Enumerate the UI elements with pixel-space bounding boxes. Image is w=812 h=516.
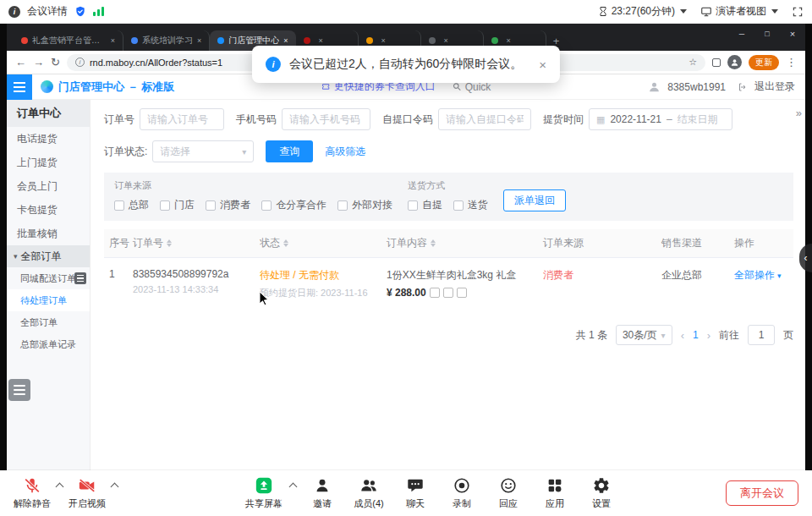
tab-close-icon[interactable]: × — [111, 36, 115, 45]
collapse-panel-icon[interactable]: » — [796, 107, 802, 119]
browser-menu-icon[interactable]: ⋮ — [786, 56, 797, 69]
sort-icon[interactable] — [167, 239, 172, 247]
sort-icon[interactable] — [431, 239, 436, 247]
logout-link[interactable]: 退出登录 — [754, 80, 795, 94]
camera-button[interactable]: 开启视频 — [67, 476, 107, 510]
drag-handle-icon[interactable] — [74, 272, 86, 284]
search-button[interactable]: 查询 — [266, 140, 313, 162]
pickup-code-input[interactable] — [438, 108, 531, 130]
tab-close-icon[interactable]: × — [444, 36, 448, 45]
dispatch-return-button[interactable]: 派单退回 — [503, 189, 566, 211]
sidebar-group-all-orders[interactable]: ▾ 全部订单 — [7, 245, 90, 267]
date-end-placeholder: 结束日期 — [678, 113, 718, 127]
checkbox-icon[interactable] — [206, 200, 216, 211]
app-menu-button[interactable] — [7, 74, 32, 100]
date-range-picker[interactable]: ▦ 2022-11-21 – 结束日期 — [589, 108, 732, 130]
browser-tab[interactable]: 礼盒营销平台管理中心 × — [14, 30, 123, 51]
page-number[interactable]: 1 — [693, 329, 699, 341]
leave-meeting-button[interactable]: 离开会议 — [726, 480, 798, 506]
security-shield-icon[interactable] — [74, 5, 86, 18]
sidebar-item-batch-verify[interactable]: 批量核销 — [7, 222, 90, 245]
floating-menu-button[interactable] — [8, 379, 30, 401]
sidebar-item-hq-dispatch-log[interactable]: 总部派单记录 — [7, 333, 90, 355]
header-status[interactable]: 状态 — [260, 236, 387, 250]
next-page-icon[interactable]: › — [707, 329, 710, 342]
window-maximize-icon[interactable]: □ — [754, 24, 780, 44]
username[interactable]: 8385wb1991 — [667, 81, 726, 93]
chrome-update-button[interactable]: 更新 — [749, 55, 779, 70]
settings-button[interactable]: 设置 — [581, 476, 622, 510]
members-button[interactable]: 成员(4) — [348, 476, 389, 510]
back-icon[interactable]: ← — [15, 56, 26, 69]
order-tag-icon — [457, 288, 467, 298]
window-close-icon[interactable]: × — [780, 24, 805, 44]
checkbox-icon[interactable] — [408, 200, 418, 211]
mic-button[interactable]: 解除静音 — [12, 476, 52, 510]
addressbar-actions: 更新 ⋮ — [712, 55, 797, 70]
header-content[interactable]: 订单内容 — [387, 236, 543, 250]
checkbox-icon[interactable] — [114, 200, 124, 211]
window-minimize-icon[interactable]: ─ — [729, 24, 754, 44]
order-status-select[interactable]: 请选择 ▾ — [152, 140, 254, 162]
apps-button[interactable]: 应用 — [535, 476, 575, 510]
advanced-filter-link[interactable]: 高级筛选 — [325, 145, 365, 159]
checkbox-warehouse-coop[interactable]: 仓分享合作 — [261, 198, 326, 212]
invite-button[interactable]: 邀请 — [302, 476, 343, 510]
checkbox-delivery[interactable]: 送货 — [453, 198, 488, 212]
sidebar-item-phone-pickup[interactable]: 电话提货 — [7, 127, 90, 151]
header-order-no[interactable]: 订单号 — [133, 236, 260, 250]
sidebar-item-pending-orders[interactable]: 待处理订单 — [7, 289, 90, 311]
checkbox-self-pickup[interactable]: 自提 — [408, 198, 442, 212]
record-button[interactable]: 录制 — [442, 476, 482, 510]
fullscreen-icon[interactable] — [792, 6, 804, 18]
tab-close-icon[interactable]: × — [319, 36, 323, 45]
tab-close-icon[interactable]: × — [197, 36, 201, 45]
timer-dropdown-icon[interactable] — [680, 9, 687, 14]
meeting-info-icon[interactable]: i — [8, 6, 20, 18]
chat-button[interactable]: 聊天 — [395, 476, 436, 510]
checkbox-icon[interactable] — [160, 200, 170, 211]
prev-page-icon[interactable]: ‹ — [681, 329, 684, 342]
view-mode-switcher[interactable]: 演讲者视图 — [700, 4, 778, 19]
sidebar-item-door-pickup[interactable]: 上门提货 — [7, 151, 90, 174]
delivery-method-group: 送货方式 自提 送货 — [408, 179, 488, 212]
toast-close-icon[interactable]: × — [539, 58, 546, 72]
tab-close-icon[interactable]: × — [507, 36, 511, 45]
mic-label: 解除静音 — [14, 497, 51, 510]
date-range-separator: – — [667, 113, 672, 125]
meeting-details-label[interactable]: 会议详情 — [27, 4, 68, 19]
tab-close-icon[interactable]: × — [381, 36, 386, 45]
phone-input[interactable] — [282, 108, 370, 130]
browser-profile-avatar[interactable] — [727, 55, 742, 69]
sidebar-item-city-delivery[interactable]: 同城配送订单 — [7, 267, 90, 289]
share-options-caret-icon[interactable] — [289, 483, 298, 491]
all-actions-dropdown[interactable]: 全部操作 ▾ — [734, 268, 793, 283]
mic-options-caret-icon[interactable] — [56, 483, 64, 491]
tab-close-icon[interactable]: × — [283, 36, 288, 45]
checkbox-icon[interactable] — [261, 200, 272, 211]
sort-icon[interactable] — [283, 239, 288, 247]
goto-page-input[interactable] — [748, 325, 775, 345]
site-info-icon[interactable]: i — [75, 58, 85, 67]
view-dropdown-icon[interactable] — [771, 9, 778, 14]
checkbox-icon[interactable] — [453, 200, 464, 211]
reactions-button[interactable]: 回应 — [488, 476, 529, 510]
forward-icon[interactable]: → — [33, 56, 44, 69]
reload-icon[interactable]: ↻ — [51, 56, 60, 69]
meeting-timer[interactable]: 23:27(60分钟) — [598, 4, 687, 19]
checkbox-hq[interactable]: 总部 — [114, 198, 149, 212]
checkbox-consumer[interactable]: 消费者 — [206, 198, 250, 212]
checkbox-store[interactable]: 门店 — [160, 198, 195, 212]
sidebar-item-card-pickup[interactable]: 卡包提货 — [7, 198, 90, 222]
camera-options-caret-icon[interactable] — [111, 483, 119, 491]
browser-tab[interactable]: 系统培训学习 × — [123, 30, 210, 51]
extensions-icon[interactable] — [712, 58, 721, 67]
order-no-input[interactable] — [140, 108, 224, 130]
bookmark-star-icon[interactable]: ☆ — [689, 57, 697, 68]
sidebar-item-member-visit[interactable]: 会员上门 — [7, 174, 90, 198]
sidebar-item-all-orders[interactable]: 全部订单 — [7, 311, 90, 333]
share-screen-button[interactable]: 共享屏幕 — [244, 476, 284, 510]
checkbox-icon[interactable] — [337, 200, 348, 211]
checkbox-external[interactable]: 外部对接 — [337, 198, 392, 212]
page-size-select[interactable]: 30条/页 ▾ — [616, 325, 672, 345]
